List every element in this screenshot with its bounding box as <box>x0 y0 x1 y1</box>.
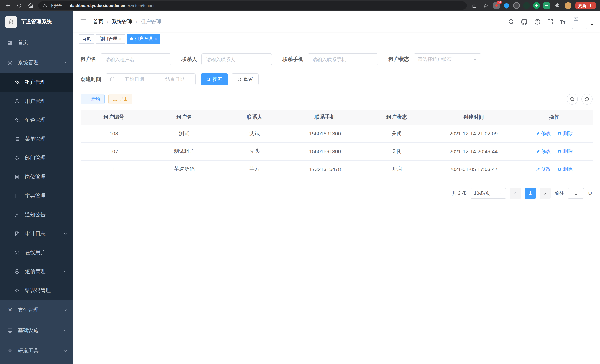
export-button[interactable]: 导出 <box>108 94 132 104</box>
browser-home-button[interactable] <box>27 1 35 10</box>
edit-button[interactable]: 修改 <box>536 148 551 155</box>
next-page-button[interactable] <box>540 188 551 198</box>
sidebar-item-notice[interactable]: 通知公告 <box>0 205 73 224</box>
sidebar-item-dept[interactable]: 部门管理 <box>0 149 73 167</box>
refresh-table-button[interactable] <box>581 93 593 105</box>
sidebar-item-system[interactable]: 系统管理 <box>0 53 73 73</box>
user-avatar[interactable] <box>572 15 587 29</box>
tab-tenant[interactable]: 租户管理 × <box>127 34 160 44</box>
app-header: 首页 / 系统管理 / 租户管理 TT <box>73 11 600 33</box>
sidebar-toggle-button[interactable] <box>79 18 87 26</box>
cell-tenant-id: 107 <box>81 142 147 160</box>
cell-status: 关闭 <box>362 125 431 142</box>
close-icon[interactable]: × <box>119 37 122 41</box>
edit-button[interactable]: 修改 <box>536 130 551 137</box>
github-icon[interactable] <box>521 18 528 25</box>
cell-phone: 15601691300 <box>288 142 362 160</box>
edit-button[interactable]: 修改 <box>536 166 551 173</box>
fullscreen-icon[interactable] <box>547 18 554 25</box>
browser-back-button[interactable] <box>4 1 12 10</box>
header-search-icon[interactable] <box>508 18 515 25</box>
breadcrumb-system[interactable]: 系统管理 <box>112 19 132 25</box>
extension-icon-5[interactable] <box>533 2 540 9</box>
avatar-caret-icon[interactable] <box>591 24 594 25</box>
extension-icon-3[interactable] <box>513 2 520 9</box>
tenant-name-input[interactable] <box>101 53 171 65</box>
delete-button[interactable]: 删除 <box>558 148 573 155</box>
page-number-1[interactable]: 1 <box>525 188 536 198</box>
cell-created: 2021-12-14 20:49:44 <box>431 142 516 160</box>
sidebar-item-post[interactable]: 岗位管理 <box>0 167 73 186</box>
search-icon <box>206 77 211 82</box>
sidebar-item-home[interactable]: 首页 <box>0 33 73 53</box>
sidebar-item-audit-log[interactable]: 审计日志 <box>0 224 73 243</box>
cell-contact: 秃头 <box>221 142 288 160</box>
browser-reload-button[interactable] <box>15 1 23 10</box>
search-button[interactable]: 搜索 <box>201 74 228 85</box>
page-size-select[interactable]: 10条/页 <box>470 188 506 198</box>
goto-page-input[interactable] <box>568 188 584 198</box>
sidebar-item-infra[interactable]: 基础设施 <box>0 320 73 341</box>
edit-icon <box>536 149 540 154</box>
extension-icon-4[interactable] <box>523 2 530 9</box>
calendar-icon <box>110 77 115 82</box>
chevron-down-icon <box>63 231 67 236</box>
extension-icon-2[interactable] <box>503 2 510 9</box>
extensions-puzzle-icon[interactable] <box>553 1 562 10</box>
browser-profile-avatar[interactable] <box>565 2 572 9</box>
sidebar-item-error-code[interactable]: 错误码管理 <box>0 281 73 300</box>
status-select[interactable]: 请选择租户状态 <box>414 53 481 65</box>
plus-icon <box>85 97 89 101</box>
sidebar-item-dict[interactable]: 字典管理 <box>0 186 73 205</box>
help-icon[interactable] <box>534 18 541 25</box>
reset-button[interactable]: 重置 <box>232 74 259 85</box>
sidebar-item-tenant[interactable]: 租户管理 <box>0 73 73 92</box>
bookmark-star-button[interactable] <box>482 1 490 10</box>
contact-label: 联系人 <box>181 56 197 63</box>
sidebar-item-role[interactable]: 角色管理 <box>0 111 73 130</box>
tab-home[interactable]: 首页 <box>79 34 94 44</box>
sidebar-item-devtools[interactable]: 研发工具 <box>0 341 73 361</box>
tab-dept[interactable]: 部门管理 × <box>96 34 125 44</box>
close-icon[interactable]: × <box>154 37 157 41</box>
contact-input[interactable] <box>201 53 272 65</box>
app-logo[interactable]: 芋道管理系统 <box>0 11 73 33</box>
phone-input[interactable] <box>308 53 378 65</box>
table-toolbar: 新增 导出 <box>81 93 593 105</box>
cell-actions: 修改 删除 <box>516 160 593 178</box>
sidebar-item-online-user[interactable]: 在线用户 <box>0 243 73 262</box>
col-phone: 联系手机 <box>288 110 362 125</box>
font-size-icon[interactable]: TT <box>560 19 565 25</box>
extension-icon-6[interactable] <box>543 2 550 9</box>
cell-tenant-name: 芋道源码 <box>147 160 221 178</box>
cell-tenant-id: 1 <box>81 160 147 178</box>
prev-page-button[interactable] <box>510 188 521 198</box>
date-start-placeholder: 开始日期 <box>118 76 151 83</box>
url-path: /system/tenant <box>128 3 155 8</box>
total-count: 共 3 条 <box>452 190 467 196</box>
breadcrumb-home[interactable]: 首页 <box>93 19 103 25</box>
tenant-icon <box>14 79 20 85</box>
toggle-search-button[interactable] <box>567 93 578 105</box>
status-placeholder: 请选择租户状态 <box>418 56 451 63</box>
add-button[interactable]: 新增 <box>81 94 105 104</box>
cell-actions: 修改 删除 <box>516 125 593 142</box>
breadcrumb-current: 租户管理 <box>141 19 161 25</box>
table-row: 108 测试 测试 15601691300 关闭 2021-12-14 21:0… <box>81 125 593 142</box>
delete-button[interactable]: 删除 <box>558 166 573 173</box>
sidebar-item-menu[interactable]: 菜单管理 <box>0 130 73 149</box>
date-range-picker[interactable]: 开始日期 - 结束日期 <box>106 74 196 85</box>
address-bar[interactable]: 不安全 dashboard.yudao.iocoder.cn/system/te… <box>38 1 467 10</box>
share-button[interactable] <box>470 1 478 10</box>
status-label: 租户状态 <box>388 56 409 63</box>
tags-view-bar: 首页 部门管理 × 租户管理 × <box>73 33 600 45</box>
browser-menu-icon[interactable]: ⋮ <box>589 3 593 8</box>
user-icon <box>14 98 20 104</box>
filter-row-1: 租户名 联系人 联系手机 租户状态 请选择租户状态 <box>81 53 593 65</box>
sidebar-item-user[interactable]: 用户管理 <box>0 92 73 111</box>
delete-button[interactable]: 删除 <box>558 130 573 137</box>
browser-update-button[interactable]: 更新 ⋮ <box>575 2 596 9</box>
extension-icon-1[interactable]: 10 <box>493 2 500 9</box>
sidebar-item-payment[interactable]: ¥ 支付管理 <box>0 300 73 320</box>
sidebar-item-sms[interactable]: 短信管理 <box>0 262 73 281</box>
